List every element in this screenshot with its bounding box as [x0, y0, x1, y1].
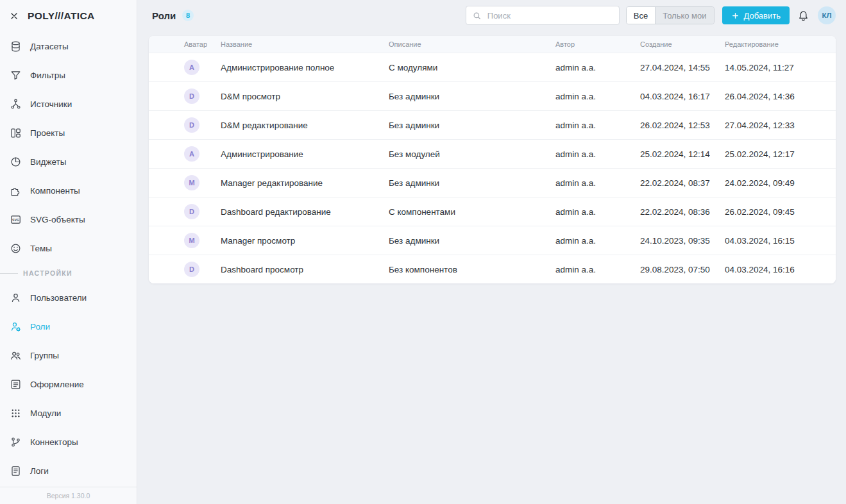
role-avatar-cell: D [149, 204, 221, 219]
role-name: D&M редактирование [221, 121, 389, 130]
sidebar-item-appearance[interactable]: Оформление [0, 370, 137, 399]
sidebar-item-label: Роли [30, 322, 50, 332]
role-author: admin a.a. [555, 178, 640, 188]
close-icon[interactable] [9, 11, 19, 21]
sidebar-item-label: Коннекторы [30, 437, 78, 447]
svg-objects-icon: SVG [9, 214, 22, 226]
sidebar-item-connectors[interactable]: Коннекторы [0, 428, 137, 457]
role-name: Manager редактирование [221, 178, 389, 188]
created-date: 04.03.2024, 16:17 [640, 92, 725, 101]
table-row[interactable]: AАдминистрированиеБез модулейadmin a.a.2… [149, 139, 836, 168]
add-button-label: Добавить [744, 11, 781, 21]
sidebar-item-themes[interactable]: Темы [0, 234, 137, 263]
table-row[interactable]: DDashboard просмотрБез компонентовadmin … [149, 255, 836, 283]
table-row[interactable]: DD&M редактированиеБез админкиadmin a.a.… [149, 110, 836, 139]
role-name: Dashboard просмотр [221, 265, 389, 274]
edited-date: 26.04.2024, 14:36 [725, 92, 836, 101]
sources-icon [9, 98, 22, 111]
role-avatar-cell: M [149, 175, 221, 190]
search-input[interactable] [486, 10, 613, 21]
role-description: Без админки [389, 92, 555, 101]
sidebar-item-sources[interactable]: Источники [0, 90, 137, 119]
sidebar-item-modules[interactable]: Модули [0, 399, 137, 428]
filters-icon [9, 69, 22, 82]
role-avatar: A [184, 146, 199, 162]
filter-all-button[interactable]: Все [627, 7, 655, 24]
created-date: 29.08.2023, 07:50 [640, 265, 725, 274]
app-logo: POLY///ATICA [28, 10, 95, 22]
role-description: Без модулей [389, 149, 555, 159]
role-author: admin a.a. [555, 92, 640, 101]
sidebar-item-label: Компоненты [30, 186, 80, 196]
column-header-author: Автор [555, 40, 640, 48]
edited-date: 26.02.2024, 09:45 [725, 207, 836, 217]
sidebar-item-widgets[interactable]: Виджеты [0, 147, 137, 176]
role-author: admin a.a. [555, 265, 640, 274]
column-header-edited: Редактирование [725, 40, 836, 48]
count-badge: 8 [182, 10, 194, 21]
connectors-icon [9, 436, 22, 449]
main-content: Роли 8 Все Только мои Добавить КЛ Аватар… [137, 0, 846, 504]
table-row[interactable]: DDashboard редактированиеС компонентамиa… [149, 197, 836, 226]
sidebar-item-label: SVG-объекты [30, 215, 85, 224]
sidebar-main-list: ДатасетыФильтрыИсточникиПроектыВиджетыКо… [0, 32, 137, 263]
sidebar-item-users[interactable]: Пользователи [0, 283, 137, 312]
notifications-bell-icon[interactable] [797, 10, 809, 22]
table-row[interactable]: DD&M просмотрБез админкиadmin a.a.04.03.… [149, 81, 836, 110]
role-description: Без компонентов [389, 265, 555, 274]
svg-text:SVG: SVG [12, 218, 19, 222]
edited-date: 27.04.2024, 12:33 [725, 121, 836, 130]
sidebar-item-label: Группы [30, 351, 59, 360]
roles-table: Аватар Название Описание Автор Создание … [149, 36, 836, 283]
table-row[interactable]: MManager редактированиеБез админкиadmin … [149, 168, 836, 197]
sidebar-item-groups[interactable]: Группы [0, 341, 137, 370]
filter-mine-button[interactable]: Только мои [655, 7, 713, 24]
sidebar-item-svg-objects[interactable]: SVGSVG-объекты [0, 205, 137, 234]
sidebar-item-label: Логи [30, 466, 49, 476]
section-divider [0, 273, 18, 274]
projects-icon [9, 127, 22, 140]
role-avatar: M [184, 175, 199, 190]
role-author: admin a.a. [555, 236, 640, 246]
role-name: Dashboard редактирование [221, 207, 389, 217]
role-description: С компонентами [389, 207, 555, 217]
sidebar-item-components[interactable]: Компоненты [0, 176, 137, 205]
user-avatar[interactable]: КЛ [818, 6, 836, 24]
sidebar-item-filters[interactable]: Фильтры [0, 61, 137, 90]
created-date: 22.02.2024, 08:36 [640, 207, 725, 217]
role-name: Manager просмотр [221, 236, 389, 246]
table-row[interactable]: MManager просмотрБез админкиadmin a.a.24… [149, 226, 836, 255]
column-header-created: Создание [640, 40, 725, 48]
app-version: Версия 1.30.0 [0, 487, 137, 504]
users-icon [9, 292, 22, 305]
sidebar-settings-list: ПользователиРолиГруппыОформлениеМодулиКо… [0, 283, 137, 485]
add-button[interactable]: Добавить [722, 6, 790, 24]
section-label: НАСТРОЙКИ [23, 269, 72, 277]
role-avatar-cell: D [149, 262, 221, 277]
sidebar-item-projects[interactable]: Проекты [0, 119, 137, 147]
created-date: 27.04.2024, 14:55 [640, 63, 725, 72]
sidebar-item-datasets[interactable]: Датасеты [0, 32, 137, 61]
edited-date: 04.03.2024, 16:15 [725, 236, 836, 246]
role-avatar: M [184, 233, 199, 248]
sidebar-item-label: Проекты [30, 128, 65, 138]
sidebar-item-roles[interactable]: Роли [0, 312, 137, 341]
table-header-row: Аватар Название Описание Автор Создание … [149, 36, 836, 53]
modules-icon [9, 407, 22, 420]
components-icon [9, 185, 22, 197]
created-date: 22.02.2024, 08:37 [640, 178, 725, 188]
created-date: 24.10.2023, 09:35 [640, 236, 725, 246]
role-avatar: D [184, 117, 199, 133]
created-date: 25.02.2024, 12:14 [640, 149, 725, 159]
sidebar-item-logs[interactable]: Логи [0, 457, 137, 485]
table-row[interactable]: AАдминистрирование полноеС модулямиadmin… [149, 53, 836, 81]
roles-icon [9, 321, 22, 333]
search-icon [472, 11, 482, 21]
role-avatar: D [184, 204, 199, 219]
sidebar-header: POLY///ATICA [0, 0, 137, 32]
sidebar-item-label: Пользователи [30, 293, 87, 303]
column-header-description: Описание [389, 40, 555, 48]
sidebar-item-label: Источники [30, 99, 72, 109]
sidebar-item-label: Виджеты [30, 157, 66, 167]
role-name: Администрирование [221, 149, 389, 159]
